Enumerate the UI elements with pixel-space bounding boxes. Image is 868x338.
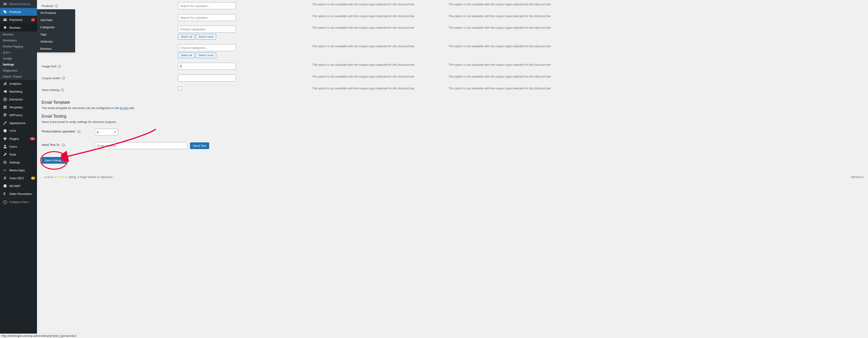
setting-row-row-1: The option is not available with the cou…: [41, 12, 863, 23]
menu-item-yoast-seo[interactable]: Yoast SEO2: [0, 174, 37, 182]
yith-icon: [3, 129, 7, 133]
plug-icon: [3, 136, 7, 141]
menu-item-marketing[interactable]: Marketing: [0, 87, 37, 95]
menu-item-plugins[interactable]: Plugins15: [0, 135, 37, 143]
help-icon[interactable]: ?: [55, 4, 58, 8]
emails-link[interactable]: Emails: [120, 106, 129, 110]
select-all-button[interactable]: Select all: [178, 53, 195, 58]
menu-item-analytics[interactable]: Analytics: [0, 80, 37, 87]
select-all-button[interactable]: Select all: [178, 34, 195, 39]
menu-item-mc4wp[interactable]: MC4WP: [0, 182, 37, 188]
setting-row-allow-sharing: Allow sharing?The option is not availabl…: [41, 84, 863, 96]
submenu-item-diagnostics[interactable]: Diagnostics: [0, 67, 37, 74]
submenu-item-q-a[interactable]: Q & A: [0, 50, 37, 56]
allow-sharing-checkbox[interactable]: [178, 86, 182, 90]
select-none-button[interactable]: Select none: [196, 53, 216, 58]
mega-icon: [3, 89, 7, 94]
user-icon: [3, 144, 7, 149]
flyout-item-categories[interactable]: Categories: [37, 24, 75, 31]
menu-item-elementor[interactable]: Elementor: [0, 95, 37, 103]
menu-item-reviews[interactable]: Reviews: [0, 24, 37, 31]
flyout-item-tags[interactable]: Tags: [37, 31, 75, 38]
mc-icon: [3, 184, 7, 188]
not-available-text: The option is not available with the cou…: [448, 3, 551, 6]
svg-point-19: [3, 184, 7, 188]
badge: 1: [31, 18, 35, 21]
not-available-text: The option is not available with the cou…: [312, 87, 415, 90]
submenu-item-settings[interactable]: Settings: [0, 62, 37, 67]
not-available-text: The option is not available with the cou…: [448, 63, 551, 66]
send-test-button[interactable]: Send Test: [190, 142, 210, 149]
products-flyout: All ProductsAdd NewCategoriesTagsAttribu…: [37, 9, 75, 52]
menu-item-users[interactable]: Users: [0, 143, 37, 150]
setting-row-row-2: Select allSelect noneThe option is not a…: [41, 23, 863, 42]
menu-item-products[interactable]: Products: [0, 8, 37, 16]
menu-item-woocommerce[interactable]: WooWooCommerce: [0, 0, 37, 8]
submenu-item-import-export[interactable]: Import / Export: [0, 74, 37, 80]
svg-rect-10: [5, 99, 6, 100]
save-changes-button[interactable]: Save changes: [41, 157, 67, 164]
flyout-item-all-products[interactable]: All Products: [37, 9, 75, 17]
email-template-heading: Email Template: [41, 100, 863, 105]
menu-item-settings[interactable]: Settings: [0, 158, 37, 166]
help-icon[interactable]: ?: [77, 130, 81, 133]
help-icon[interactable]: ?: [61, 88, 64, 92]
not-available-text: The option is not available with the cou…: [312, 63, 415, 66]
coupon-prefix-input[interactable]: [178, 75, 236, 82]
svg-text:ᴹM: ᴹM: [3, 169, 6, 172]
svg-rect-11: [5, 100, 6, 101]
row-label: Usage limit: [41, 64, 56, 68]
svg-rect-3: [3, 19, 7, 20]
not-available-text: The option is not available with the cou…: [312, 75, 415, 78]
not-available-text: The option is not available with the cou…: [448, 26, 551, 29]
meow-icon: ᴹM: [3, 168, 7, 172]
menu-item-payments[interactable]: Payments1: [0, 16, 37, 24]
category-select-input[interactable]: [178, 26, 236, 33]
submenu-item-reviews[interactable]: Reviews: [0, 31, 37, 37]
setting-row-coupon-prefix: Coupon prefix?The option is not availabl…: [41, 72, 863, 84]
menu-item-yith[interactable]: YITH: [0, 127, 37, 135]
help-icon[interactable]: ?: [62, 76, 65, 80]
menu-item-wpforms[interactable]: WPForms: [0, 111, 37, 119]
photos-uploaded-select[interactable]: 0: [95, 129, 118, 136]
svg-rect-2: [3, 19, 7, 21]
help-icon[interactable]: ?: [58, 64, 61, 68]
submenu-item-reminders[interactable]: Reminders: [0, 37, 37, 44]
setting-row-products: Products?The option is not available wit…: [41, 0, 863, 12]
product-search-input[interactable]: [178, 2, 236, 9]
menu-item-templates[interactable]: Templates: [0, 103, 37, 111]
product-search-input[interactable]: [178, 14, 236, 21]
svg-rect-9: [5, 98, 6, 99]
submenu-item-review-tagging[interactable]: Review Tagging: [0, 44, 37, 50]
admin-sidebar: WooWooCommerceProductsPayments1Reviews R…: [0, 0, 37, 188]
menu-item-appearance[interactable]: Appearance: [0, 119, 37, 127]
not-available-text: The option is not available with the cou…: [448, 75, 551, 78]
svg-rect-8: [4, 98, 5, 101]
menu-item-meow-apps[interactable]: ᴹMMeow Apps: [0, 166, 37, 174]
category-select-input[interactable]: [178, 44, 236, 51]
row-label: Products: [41, 4, 53, 8]
svg-rect-15: [5, 107, 6, 109]
usage-limit-input[interactable]: [178, 63, 236, 70]
row-label: Allow sharing: [41, 88, 59, 92]
rating-stars[interactable]: ★★★★★: [54, 175, 67, 179]
send-test-email-input[interactable]: [95, 142, 187, 149]
tag-icon: [3, 9, 7, 14]
submenu-item-google[interactable]: Google: [0, 56, 37, 62]
not-available-text: The option is not available with the cou…: [312, 3, 415, 6]
flyout-item-reviews[interactable]: Reviews: [37, 45, 75, 52]
brush-icon: [3, 121, 7, 125]
not-available-text: The option is not available with the cou…: [448, 87, 551, 90]
svg-point-17: [4, 145, 6, 146]
email-template-desc: The email template for discounts can be …: [41, 106, 863, 110]
select-none-button[interactable]: Select none: [196, 34, 216, 39]
flyout-item-add-new[interactable]: Add New: [37, 17, 75, 24]
elem-icon: [3, 97, 7, 102]
card-icon: [3, 17, 7, 22]
help-icon[interactable]: ?: [62, 143, 65, 147]
menu-item-tools[interactable]: Tools: [0, 150, 37, 158]
wrench-icon: [3, 152, 7, 157]
flyout-item-attributes[interactable]: Attributes: [37, 38, 75, 45]
svg-rect-12: [4, 106, 5, 107]
email-testing-desc: Send a test email to verify settings for…: [41, 120, 863, 123]
